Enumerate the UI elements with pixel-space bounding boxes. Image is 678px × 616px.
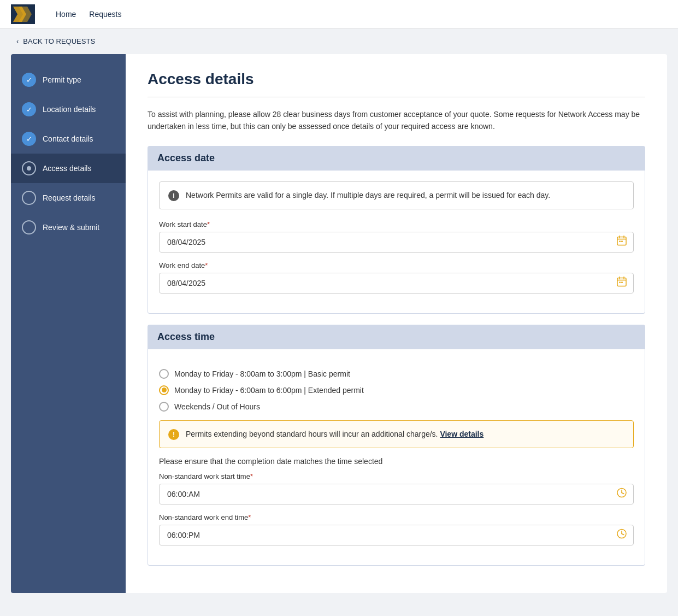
sidebar-item-access-details[interactable]: Access details (11, 154, 126, 183)
required-star-3: * (250, 472, 253, 480)
checkmark-icon-2: ✓ (26, 105, 32, 114)
work-end-date-input[interactable] (159, 273, 634, 294)
step-circle-permit-type: ✓ (22, 73, 36, 87)
nonstandard-start-group: Non-standard work start time* (159, 472, 634, 504)
checkmark-icon-3: ✓ (26, 135, 32, 143)
logo-area (11, 4, 39, 24)
sidebar-item-permit-type[interactable]: ✓ Permit type (11, 65, 126, 95)
ensure-text: Please ensure that the completion date m… (159, 457, 634, 466)
step-dot-icon (27, 166, 31, 171)
back-arrow-icon: ‹ (16, 37, 19, 45)
sa-power-logo (11, 4, 35, 24)
access-date-header: Access date (148, 146, 645, 171)
nav-home[interactable]: Home (56, 10, 76, 19)
sidebar-label-access: Access details (43, 164, 91, 173)
sidebar-label-review: Review & submit (43, 223, 99, 232)
step-circle-request (22, 191, 36, 205)
main-layout: ✓ Permit type ✓ Location details ✓ Conta… (11, 54, 667, 593)
work-end-date-wrapper (159, 273, 634, 294)
sidebar-item-review-submit[interactable]: Review & submit (11, 213, 126, 242)
radio-item-weekend[interactable]: Weekends / Out of Hours (159, 402, 634, 412)
sidebar-item-location-details[interactable]: ✓ Location details (11, 95, 126, 124)
nonstandard-end-group: Non-standard work end time* (159, 513, 634, 545)
warning-text: Permits extending beyond standard hours … (186, 429, 484, 440)
view-details-link[interactable]: View details (440, 430, 484, 438)
required-star-4: * (248, 513, 251, 521)
nonstandard-start-wrapper (159, 484, 634, 504)
sidebar-item-request-details[interactable]: Request details (11, 183, 126, 213)
work-start-date-label: Work start date* (159, 220, 634, 228)
step-circle-access (22, 161, 36, 175)
nonstandard-start-input[interactable] (159, 484, 634, 504)
required-star-1: * (207, 220, 210, 228)
warning-icon: ! (168, 429, 179, 440)
nonstandard-start-label: Non-standard work start time* (159, 472, 634, 480)
work-end-date-group: Work end date* (159, 261, 634, 294)
nonstandard-end-wrapper (159, 525, 634, 545)
intro-text: To assist with planning, please allow 28… (148, 108, 645, 133)
access-time-body: Monday to Friday - 8:00am to 3:00pm | Ba… (148, 349, 645, 566)
info-icon: i (168, 190, 179, 201)
radio-circle-weekend (159, 402, 169, 412)
access-date-section: Access date i Network Permits are valid … (148, 146, 645, 314)
radio-item-extended[interactable]: Monday to Friday - 6:00am to 6:00pm | Ex… (159, 385, 634, 395)
page-title: Access details (148, 71, 645, 88)
required-star-2: * (205, 261, 208, 269)
access-time-header: Access time (148, 325, 645, 349)
access-time-radio-group: Monday to Friday - 8:00am to 3:00pm | Ba… (159, 360, 634, 420)
radio-dot-extended (162, 388, 167, 392)
main-content: Access details To assist with planning, … (126, 54, 667, 593)
warning-box: ! Permits extending beyond standard hour… (159, 420, 634, 448)
sidebar-label-location: Location details (43, 105, 96, 114)
step-circle-contact: ✓ (22, 132, 36, 146)
sidebar-label-contact: Contact details (43, 134, 93, 143)
step-circle-review (22, 220, 36, 234)
sidebar: ✓ Permit type ✓ Location details ✓ Conta… (11, 54, 126, 593)
work-start-date-input[interactable] (159, 232, 634, 253)
radio-circle-extended (159, 385, 169, 395)
checkmark-icon: ✓ (26, 76, 32, 84)
work-start-date-group: Work start date* (159, 220, 634, 253)
title-divider (148, 97, 645, 97)
nav-requests[interactable]: Requests (89, 10, 121, 19)
breadcrumb[interactable]: ‹ BACK TO REQUESTS (0, 28, 678, 54)
sidebar-label-request: Request details (43, 193, 96, 202)
nav-links: Home Requests (56, 10, 122, 19)
work-start-date-wrapper (159, 232, 634, 253)
breadcrumb-label: BACK TO REQUESTS (23, 37, 95, 45)
sidebar-item-contact-details[interactable]: ✓ Contact details (11, 124, 126, 154)
radio-circle-basic (159, 369, 169, 379)
nonstandard-end-input[interactable] (159, 525, 634, 545)
sidebar-label-permit-type: Permit type (43, 75, 81, 84)
radio-label-extended: Monday to Friday - 6:00am to 6:00pm | Ex… (174, 386, 364, 395)
radio-item-basic[interactable]: Monday to Friday - 8:00am to 3:00pm | Ba… (159, 369, 634, 379)
access-time-section: Access time Monday to Friday - 8:00am to… (148, 325, 645, 566)
top-navigation: Home Requests (0, 0, 678, 28)
radio-label-basic: Monday to Friday - 8:00am to 3:00pm | Ba… (174, 369, 350, 378)
step-circle-location: ✓ (22, 102, 36, 116)
work-end-date-label: Work end date* (159, 261, 634, 269)
info-message: Network Permits are valid for a single d… (186, 190, 550, 201)
radio-label-weekend: Weekends / Out of Hours (174, 402, 260, 411)
nonstandard-end-label: Non-standard work end time* (159, 513, 634, 521)
info-box: i Network Permits are valid for a single… (159, 181, 634, 209)
access-date-body: i Network Permits are valid for a single… (148, 171, 645, 314)
